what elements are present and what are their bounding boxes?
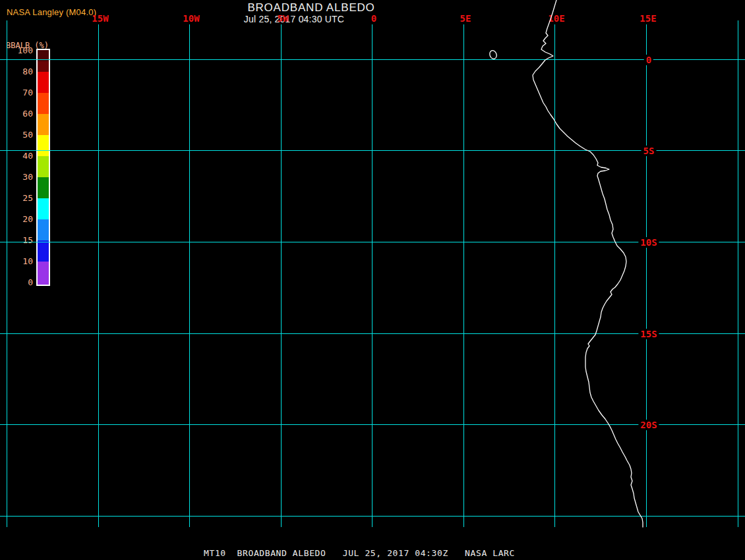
coastline-path: [533, 0, 643, 527]
coastline-map: [0, 0, 745, 560]
footer-caption: MT10 BROADBAND ALBEDO JUL 25, 2017 04:30…: [204, 548, 515, 558]
albedo-map-screen: BBALB (%) 100807060504030252015100 15W10…: [0, 0, 745, 560]
island-outline: [489, 49, 498, 60]
